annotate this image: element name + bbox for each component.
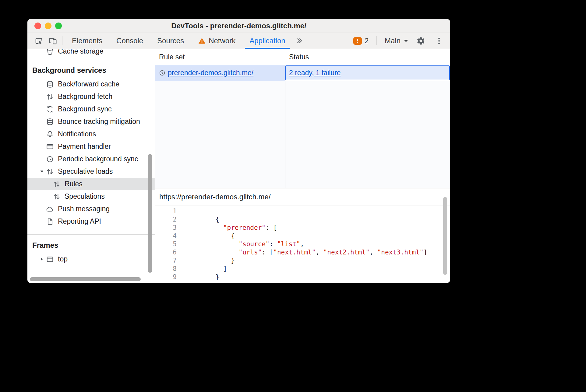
rule-set-row[interactable]: prerender-demos.glitch.me/ 2 ready, 1 fa… bbox=[155, 65, 450, 81]
code-text: "prerender": [ bbox=[177, 224, 277, 232]
database-icon bbox=[46, 117, 54, 126]
sidebar-item-background-fetch[interactable]: Background fetch bbox=[27, 90, 155, 103]
column-header-rule-set[interactable]: Rule set bbox=[155, 53, 285, 61]
tab-label: Console bbox=[116, 37, 143, 45]
sidebar-item-periodic-background-sync[interactable]: Periodic background sync bbox=[27, 153, 155, 165]
issues-count: 2 bbox=[365, 37, 369, 45]
sidebar-vertical-scrollbar[interactable] bbox=[148, 154, 152, 273]
speculative-loads-panel: Rule set Status prerender-demos.glitch.m… bbox=[155, 49, 450, 283]
gear-icon[interactable] bbox=[414, 34, 428, 47]
sidebar-item-label: Speculative loads bbox=[58, 167, 113, 176]
device-toolbar-icon[interactable] bbox=[46, 34, 60, 47]
line-number: 8 bbox=[155, 265, 177, 273]
bell-icon bbox=[46, 130, 54, 138]
sidebar-tree: Cache storageBackground servicesBack/for… bbox=[27, 49, 155, 265]
sidebar-item-speculations[interactable]: Speculations bbox=[27, 190, 155, 203]
rule-set-link[interactable]: prerender-demos.glitch.me/ bbox=[168, 69, 253, 77]
sidebar-item-label: Back/forward cache bbox=[58, 80, 119, 88]
code-view: 12 {3 "prerender": [4 {5 "source": "list… bbox=[155, 205, 450, 283]
database-icon bbox=[46, 80, 54, 88]
target-selector-label: Main bbox=[385, 37, 401, 45]
code-text: "urls": ["next.html", "next2.html", "nex… bbox=[177, 248, 427, 257]
sidebar-item-bounce-tracking-mitigation[interactable]: Bounce tracking mitigation bbox=[27, 115, 155, 128]
code-line: 4 { bbox=[155, 232, 450, 240]
sidebar-item-cache-storage[interactable]: Cache storage bbox=[27, 49, 155, 58]
arrows-up-down-icon bbox=[46, 93, 54, 101]
tab-elements[interactable]: Elements bbox=[65, 33, 109, 49]
sidebar-item-label: Background fetch bbox=[58, 93, 112, 101]
line-number: 5 bbox=[155, 240, 177, 248]
minimize-button[interactable] bbox=[45, 23, 51, 29]
line-number: 1 bbox=[155, 207, 177, 215]
panel-content: Cache storageBackground servicesBack/for… bbox=[27, 49, 450, 283]
sidebar-item-payment-handler[interactable]: Payment handler bbox=[27, 140, 155, 153]
close-button[interactable] bbox=[34, 23, 41, 29]
sidebar-item-label: Push messaging bbox=[58, 205, 110, 213]
rule-set-preview: https://prerender-demos.glitch.me/ 12 {3… bbox=[155, 188, 450, 283]
code-line: 3 "prerender": [ bbox=[155, 224, 450, 232]
arrows-up-down-icon bbox=[52, 192, 61, 201]
sidebar-item-speculative-loads[interactable]: Speculative loads bbox=[27, 165, 155, 178]
issues-button[interactable]: ! 2 bbox=[352, 37, 370, 45]
sidebar-item-notifications[interactable]: Notifications bbox=[27, 128, 155, 140]
line-number: 3 bbox=[155, 224, 177, 232]
section-header-background-services: Background services bbox=[27, 63, 155, 78]
tab-network[interactable]: Network bbox=[191, 33, 242, 49]
code-text: } bbox=[177, 257, 235, 265]
triangle-right-icon bbox=[38, 257, 46, 261]
bucket-icon bbox=[46, 49, 54, 55]
sidebar-item-label: Notifications bbox=[58, 130, 96, 138]
tab-application[interactable]: Application bbox=[242, 33, 292, 49]
tab-sources[interactable]: Sources bbox=[150, 33, 191, 49]
target-selector[interactable]: Main bbox=[383, 37, 409, 45]
warning-icon bbox=[198, 37, 206, 45]
status-link[interactable]: 2 ready, 1 failure bbox=[289, 69, 341, 77]
sidebar-item-reporting-api[interactable]: Reporting API bbox=[27, 215, 155, 228]
cloud-icon bbox=[46, 205, 54, 213]
tab-label: Sources bbox=[157, 37, 184, 45]
window-title: DevTools - prerender-demos.glitch.me/ bbox=[171, 22, 306, 30]
code-line: 9 } bbox=[155, 273, 450, 281]
sidebar-item-label: Cache storage bbox=[58, 49, 104, 55]
code-line: 7 } bbox=[155, 257, 450, 265]
column-header-status[interactable]: Status bbox=[285, 53, 450, 61]
section-divider bbox=[27, 60, 155, 60]
arrows-up-down-icon bbox=[46, 167, 54, 176]
sidebar-item-rules[interactable]: Rules bbox=[27, 178, 155, 190]
payment-card-icon bbox=[46, 142, 54, 151]
code-text: { bbox=[177, 232, 235, 240]
chevron-down-icon bbox=[404, 40, 408, 44]
grid-empty-area bbox=[155, 81, 450, 188]
sidebar-item-label: Payment handler bbox=[58, 142, 111, 151]
code-line: 5 "source": "list", bbox=[155, 240, 450, 248]
sidebar-item-background-sync[interactable]: Background sync bbox=[27, 103, 155, 115]
code-line: 2 { bbox=[155, 215, 450, 224]
grid-header-row: Rule set Status bbox=[155, 49, 450, 65]
sidebar-item-label: Reporting API bbox=[58, 217, 101, 226]
more-tabs-button[interactable] bbox=[292, 37, 306, 45]
sidebar-item-label: top bbox=[58, 255, 68, 263]
sidebar-item-back-forward-cache[interactable]: Back/forward cache bbox=[27, 78, 155, 90]
sidebar-item-top[interactable]: top bbox=[27, 253, 155, 265]
application-sidebar: Cache storageBackground servicesBack/for… bbox=[27, 49, 155, 283]
section-header-frames: Frames bbox=[27, 238, 155, 253]
preview-vertical-scrollbar[interactable] bbox=[443, 197, 447, 275]
triangle-down-icon bbox=[38, 169, 46, 174]
sidebar-item-label: Speculations bbox=[65, 192, 105, 201]
tab-console[interactable]: Console bbox=[109, 33, 150, 49]
tab-label: Elements bbox=[72, 37, 102, 45]
sidebar-horizontal-scrollbar[interactable] bbox=[30, 277, 141, 281]
code-text: } bbox=[177, 273, 219, 281]
clock-icon bbox=[46, 155, 54, 163]
rule-set-cell[interactable]: prerender-demos.glitch.me/ bbox=[155, 65, 285, 81]
rule-set-icon bbox=[158, 69, 166, 77]
sidebar-item-push-messaging[interactable]: Push messaging bbox=[27, 203, 155, 215]
inspect-icon[interactable] bbox=[32, 34, 46, 47]
kebab-menu-icon[interactable] bbox=[432, 34, 446, 47]
sidebar-item-label: Periodic background sync bbox=[58, 155, 138, 163]
devtools-toolbar: ElementsConsoleSourcesNetworkApplication… bbox=[27, 33, 450, 49]
zoom-button[interactable] bbox=[55, 23, 62, 29]
status-cell[interactable]: 2 ready, 1 failure bbox=[285, 65, 450, 80]
tab-label: Network bbox=[209, 37, 235, 45]
sidebar-item-label: Background sync bbox=[58, 105, 111, 113]
